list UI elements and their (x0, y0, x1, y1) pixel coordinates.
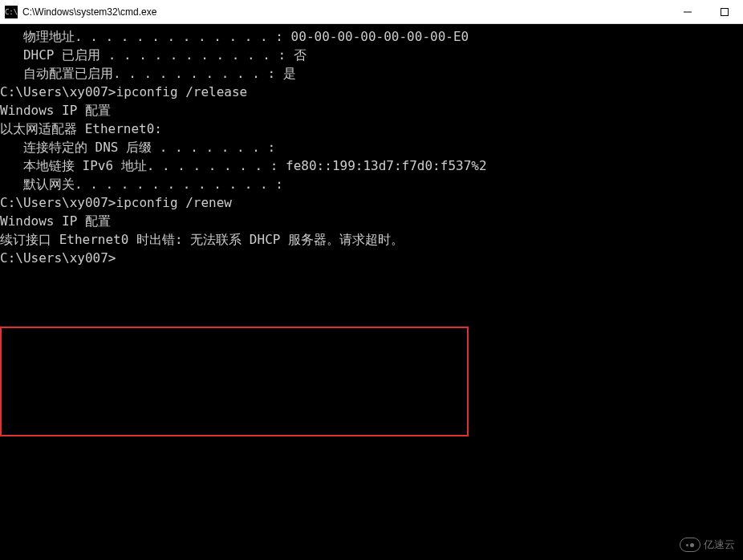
maximize-button[interactable] (706, 0, 743, 23)
terminal-line: 连接特定的 DNS 后缀 . . . . . . . : (0, 138, 743, 156)
terminal-line: C:\Users\xy007> (0, 249, 743, 267)
terminal-line: 物理地址. . . . . . . . . . . . . : 00-00-00… (0, 27, 743, 46)
watermark-text: 亿速云 (704, 538, 735, 552)
titlebar-controls (669, 0, 743, 23)
cloud-icon (680, 538, 700, 552)
terminal-line: 默认网关. . . . . . . . . . . . . : (0, 175, 743, 193)
highlight-annotation (0, 327, 469, 436)
terminal-line: 本地链接 IPv6 地址. . . . . . . . : fe80::199:… (0, 156, 743, 175)
terminal-line: 自动配置已启用. . . . . . . . . . : 是 (0, 64, 743, 83)
terminal-line: 续订接口 Ethernet0 时出错: 无法联系 DHCP 服务器。请求超时。 (0, 230, 743, 249)
svg-rect-1 (721, 8, 729, 15)
terminal-output[interactable]: 物理地址. . . . . . . . . . . . . : 00-00-00… (0, 24, 743, 560)
watermark: 亿速云 (680, 538, 735, 552)
minimize-button[interactable] (669, 0, 706, 23)
titlebar-left: C:\ C:\Windows\system32\cmd.exe (5, 6, 156, 18)
terminal-line: C:\Users\xy007>ipconfig /release (0, 83, 743, 101)
terminal-line: DHCP 已启用 . . . . . . . . . . . : 否 (0, 46, 743, 64)
terminal-line: Windows IP 配置 (0, 101, 743, 120)
cmd-icon: C:\ (5, 6, 18, 18)
window-title: C:\Windows\system32\cmd.exe (22, 6, 156, 18)
terminal-line: 以太网适配器 Ethernet0: (0, 120, 743, 138)
window-titlebar: C:\ C:\Windows\system32\cmd.exe (0, 0, 743, 24)
terminal-line: Windows IP 配置 (0, 212, 743, 230)
terminal-line: C:\Users\xy007>ipconfig /renew (0, 193, 743, 212)
